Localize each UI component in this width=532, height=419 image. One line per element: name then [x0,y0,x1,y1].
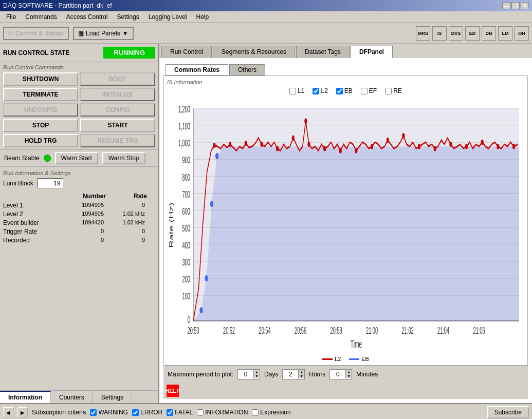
stop-button[interactable]: STOP [3,119,78,132]
hold-trg-button[interactable]: HOLD TRG [3,134,78,147]
minimize-button[interactable]: — [502,2,510,9]
svg-point-52 [307,142,310,147]
tab-information[interactable]: Information [0,391,51,403]
tab-run-control[interactable]: Run Control [161,46,212,58]
titlebar-controls: — ❐ ✕ [502,2,529,9]
days-up-arrow[interactable]: ▲ [253,370,260,374]
cb-l2-input[interactable] [313,88,319,94]
tab-counters[interactable]: Counters [51,391,93,403]
minutes-down-arrow[interactable]: ▼ [345,374,352,378]
close-button[interactable]: ✕ [521,2,529,9]
svg-text:100: 100 [182,291,190,301]
cb-l1-input[interactable] [289,88,296,94]
svg-point-49 [276,146,279,151]
log-prev-button[interactable]: ◀ [3,407,13,417]
hours-arrows: ▲ ▼ [298,370,304,378]
titlebar: DAQ SOFTWARE - Partition part_dk_ef — ❐ … [0,0,532,11]
menu-help[interactable]: Help [192,12,213,22]
minutes-input-group: ▲ ▼ [329,369,352,379]
warm-start-button[interactable]: Warm Start [55,152,98,164]
menu-access-control[interactable]: Access Control [62,12,112,22]
commands-section: Run Control Commands SHUTDOWN BOOT TERMI… [0,62,158,150]
recorded-rate: 0 [106,237,147,244]
cb-re[interactable]: RE [385,87,402,94]
svg-point-45 [213,143,215,148]
ed-icon-button[interactable]: ED [465,26,480,41]
commit-reload-button[interactable]: ⟳ Commit & Reload [3,27,69,40]
menu-logging-level[interactable]: Logging Level [144,12,191,22]
tab-settings[interactable]: Settings [93,391,132,403]
log-cb-expression-input[interactable] [252,409,259,416]
menu-file[interactable]: File [2,12,20,22]
event-builder-rate: 1.02 kHz [106,219,147,226]
svg-text:1,200: 1,200 [178,104,190,115]
svg-point-57 [387,138,389,143]
log-cb-expression[interactable]: Expression [252,409,290,416]
lm-icon-button[interactable]: LM [498,26,512,41]
svg-text:0: 0 [188,315,190,325]
legend-l2: L2 [322,356,341,362]
minutes-up-arrow[interactable]: ▲ [345,370,352,374]
svg-text:20:54: 20:54 [259,325,271,335]
dvs-icon-button[interactable]: DVS [449,26,463,41]
cb-eb[interactable]: EB [336,87,353,94]
load-panels-button[interactable]: ▦ Load Panels ▼ [73,27,134,40]
svg-point-61 [449,142,452,147]
warm-stop-button[interactable]: Warm Stop [102,152,145,164]
event-builder-row: Event builder 1094420 1.02 kHz [3,219,155,226]
minutes-input[interactable] [330,370,345,379]
is-info-label: IS Information [167,79,524,85]
chart-legend: L2 EB [167,356,524,362]
oh-icon-button[interactable]: OH [515,26,529,41]
svg-point-54 [339,148,342,153]
log-cb-information[interactable]: INFORMATION [197,409,248,416]
cb-eb-input[interactable] [336,88,343,94]
svg-text:300: 300 [182,257,190,268]
log-cb-fatal[interactable]: FATAL [167,409,193,416]
inner-tab-common-rates[interactable]: Common Rates [166,64,228,75]
svg-text:500: 500 [182,223,190,233]
hours-input[interactable] [283,370,298,379]
shutdown-button[interactable]: SHUTDOWN [3,72,78,86]
db-icon-button[interactable]: DB [482,26,496,41]
log-cb-error[interactable]: ERROR [132,409,162,416]
svg-text:20:50: 20:50 [188,325,199,335]
level1-label: Level 1 [3,202,54,209]
run-state-row: RUN CONTROL STATE RUNNING [0,44,158,62]
log-cb-warning[interactable]: WARNING [90,409,128,416]
start-button[interactable]: START [80,119,155,132]
is-icon-button[interactable]: IS [432,26,447,41]
terminate-button[interactable]: TERMINATE [3,88,78,101]
svg-point-51 [304,118,307,123]
level2-row: Level 2 1094905 1.02 kHz [3,211,155,218]
tab-segments-resources[interactable]: Segments & Resources [213,46,295,58]
legend-l2-label: L2 [335,356,341,362]
hours-up-arrow[interactable]: ▲ [298,370,304,374]
days-down-arrow[interactable]: ▼ [253,374,260,378]
recorded-label: Recorded [3,237,54,244]
menu-commands[interactable]: Commands [21,12,61,22]
inner-tab-others[interactable]: Others [229,64,265,75]
cb-ef[interactable]: EF [361,87,377,94]
menu-settings[interactable]: Settings [113,12,143,22]
tab-dfpanel[interactable]: DFPanel [351,46,393,58]
log-next-button[interactable]: ▶ [17,407,28,417]
cb-l2[interactable]: L2 [313,87,327,94]
log-cb-information-input[interactable] [197,409,204,416]
cb-ef-input[interactable] [361,88,368,94]
help-icon-button[interactable]: HELP [167,385,179,397]
log-cb-fatal-input[interactable] [167,409,173,416]
days-input[interactable] [238,370,253,379]
log-cb-error-input[interactable] [132,409,139,416]
restore-button[interactable]: ❐ [511,2,520,9]
cb-re-input[interactable] [385,88,392,94]
subscribe-button[interactable]: Subscribe [487,406,529,418]
hours-down-arrow[interactable]: ▼ [298,374,304,378]
tab-dataset-tags[interactable]: Dataset Tags [296,46,350,58]
hours-input-group: ▲ ▼ [282,369,305,379]
log-cb-warning-input[interactable] [90,409,97,416]
mrs-icon-button[interactable]: MRS [416,26,430,41]
legend-l2-color [322,358,333,360]
svg-point-47 [245,141,247,146]
cb-l1[interactable]: L1 [289,87,304,94]
